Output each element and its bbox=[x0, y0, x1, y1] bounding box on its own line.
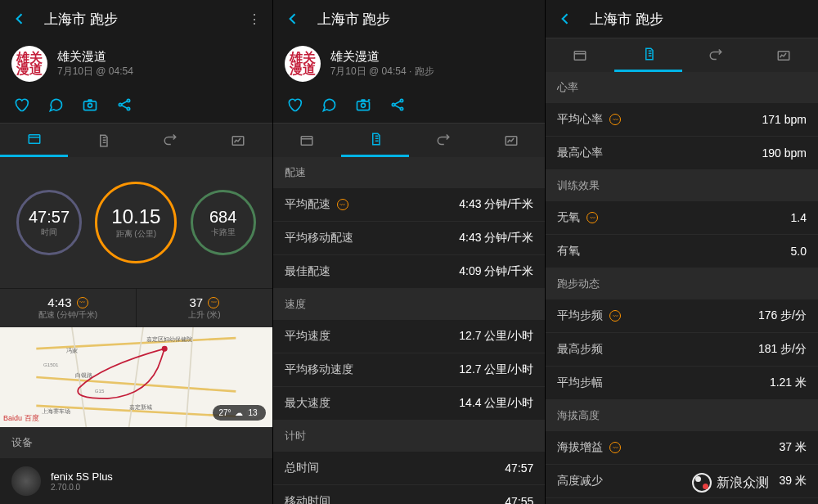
svg-point-20 bbox=[400, 107, 402, 110]
weather-badge: 27° ☁ 13 bbox=[213, 405, 265, 421]
badge-icon bbox=[587, 212, 598, 223]
distance-circle: 10.15 距离 (公里) bbox=[95, 182, 177, 263]
action-bar bbox=[273, 90, 546, 123]
calories-circle: 684 卡路里 bbox=[191, 190, 256, 255]
svg-text:G15: G15 bbox=[95, 388, 105, 394]
stat-label: 最高心率 bbox=[557, 146, 762, 160]
action-bar bbox=[0, 90, 272, 123]
tab-laps[interactable] bbox=[136, 123, 204, 157]
titlebar: 上海市 跑步 ⋮ bbox=[0, 0, 272, 38]
stats-scroll[interactable]: 配速 平均配速 4:43 分钟/千米 平均移动配速 4:43 分钟/千米 最佳配… bbox=[273, 157, 546, 504]
comment-icon[interactable] bbox=[47, 97, 64, 113]
stats-scroll[interactable]: 心率 平均心率 171 bpm 最高心率 190 bpm训练效果 无氧 1.4 … bbox=[546, 72, 818, 504]
comment-icon[interactable] bbox=[321, 97, 337, 113]
tab-overview[interactable] bbox=[546, 38, 614, 72]
stat-label: 平均移动速度 bbox=[285, 362, 460, 377]
back-icon[interactable] bbox=[557, 11, 573, 27]
stat-value: 1.4 bbox=[791, 211, 807, 224]
panel-stats-more: 上海市 跑步 心率 平均心率 171 bpm 最高心率 190 bpm训练效果 … bbox=[546, 0, 818, 504]
tab-overview[interactable] bbox=[273, 123, 341, 157]
stat-label: 平均移动配速 bbox=[285, 231, 460, 245]
stat-value: 190 bpm bbox=[762, 146, 807, 160]
device-name: fenix 5S Plus bbox=[51, 470, 113, 483]
stat-label: 最大速度 bbox=[285, 396, 460, 411]
list-item: 最高心率 190 bpm bbox=[546, 137, 818, 170]
stat-value: 171 bpm bbox=[762, 113, 807, 126]
stat-value: 4:43 分钟/千米 bbox=[459, 231, 533, 245]
list-item: 移动时间 47:55 bbox=[273, 485, 546, 504]
stats-row: 4:43 配速 (分钟/千米) 37 上升 (米) bbox=[0, 288, 272, 327]
svg-point-2 bbox=[119, 103, 121, 106]
camera-icon[interactable] bbox=[82, 97, 98, 113]
svg-text:G1501: G1501 bbox=[43, 362, 59, 367]
stat-label: 平均步频 bbox=[557, 308, 758, 323]
tab-stats[interactable] bbox=[68, 123, 136, 157]
svg-point-4 bbox=[127, 107, 129, 110]
overflow-icon[interactable]: ⋮ bbox=[248, 11, 261, 27]
list-item: 平均心率 171 bpm bbox=[546, 103, 818, 137]
share-icon[interactable] bbox=[116, 97, 133, 113]
share-icon[interactable] bbox=[389, 97, 406, 113]
tab-laps[interactable] bbox=[682, 38, 750, 72]
list-item: 高度减少 39 米 bbox=[546, 465, 818, 498]
tabs bbox=[546, 38, 818, 72]
stats-circles: 47:57 时间 10.15 距离 (公里) 684 卡路里 bbox=[0, 157, 272, 288]
device-row[interactable]: fenix 5S Plus 2.70.0.0 bbox=[0, 458, 272, 504]
map[interactable]: 嘉定区妇幼保健院 冯家 白银路 嘉定新城 上海赛车场 G1501 G15 Bai… bbox=[0, 327, 272, 427]
stat-label: 无氧 bbox=[557, 210, 790, 225]
stat-label: 海拔增益 bbox=[557, 440, 779, 455]
stat-value: 12.7 公里/小时 bbox=[459, 329, 533, 344]
tab-laps[interactable] bbox=[409, 123, 477, 157]
section-header: 跑步动态 bbox=[546, 268, 818, 299]
camera-icon[interactable] bbox=[355, 97, 371, 113]
page-title: 上海市 跑步 bbox=[44, 10, 118, 29]
badge-icon bbox=[609, 442, 621, 453]
tab-charts[interactable] bbox=[750, 38, 818, 72]
svg-point-8 bbox=[162, 346, 168, 352]
tabs bbox=[0, 123, 272, 157]
list-item: 平均步幅 1.21 米 bbox=[546, 367, 818, 400]
avatar[interactable]: 雄关漫道 bbox=[11, 46, 47, 82]
svg-point-17 bbox=[361, 103, 365, 107]
heart-icon[interactable] bbox=[13, 97, 29, 113]
svg-text:白银路: 白银路 bbox=[75, 372, 92, 378]
tab-overview[interactable] bbox=[0, 123, 68, 157]
svg-rect-0 bbox=[84, 101, 97, 110]
stat-value: 12.7 公里/小时 bbox=[459, 362, 533, 377]
stat-label: 最佳配速 bbox=[285, 264, 460, 279]
stat-value: 5.0 bbox=[791, 245, 807, 258]
stat-value: 4:43 分钟/千米 bbox=[459, 197, 533, 212]
stat-label: 平均配速 bbox=[285, 197, 460, 212]
stat-value: 39 米 bbox=[780, 474, 807, 488]
list-item: 最高步频 181 步/分 bbox=[546, 333, 818, 367]
list-item: 平均移动配速 4:43 分钟/千米 bbox=[273, 222, 546, 255]
tab-stats[interactable] bbox=[341, 123, 409, 157]
back-icon[interactable] bbox=[285, 11, 301, 27]
stat-label: 最高步频 bbox=[557, 342, 758, 357]
list-item: 平均移动速度 12.7 公里/小时 bbox=[273, 353, 546, 387]
tab-charts[interactable] bbox=[477, 123, 545, 157]
badge-icon bbox=[609, 114, 621, 125]
list-item: 总时间 47:57 bbox=[273, 452, 546, 485]
svg-point-1 bbox=[88, 103, 92, 107]
stat-value: 1.21 米 bbox=[770, 376, 807, 390]
svg-text:嘉定新城: 嘉定新城 bbox=[129, 404, 152, 410]
activity-date: 7月10日 @ 04:54 · 跑步 bbox=[330, 65, 434, 79]
svg-rect-5 bbox=[29, 135, 40, 144]
list-item: 最大速度 14.4 公里/小时 bbox=[273, 387, 546, 421]
tab-charts[interactable] bbox=[204, 123, 272, 157]
avatar[interactable]: 雄关漫道 bbox=[285, 46, 321, 82]
device-section-header: 设备 bbox=[0, 427, 272, 458]
profile-header: 雄关漫道 雄关漫道 7月10日 @ 04:54 bbox=[0, 38, 272, 90]
back-icon[interactable] bbox=[11, 11, 28, 27]
svg-rect-16 bbox=[357, 101, 369, 110]
tabs bbox=[273, 123, 546, 157]
list-item: 平均速度 12.7 公里/小时 bbox=[273, 320, 546, 353]
panel-overview: 上海市 跑步 ⋮ 雄关漫道 雄关漫道 7月10日 @ 04:54 47:57 时… bbox=[0, 0, 273, 504]
heart-icon[interactable] bbox=[286, 97, 303, 113]
device-version: 2.70.0.0 bbox=[51, 483, 113, 492]
tab-stats[interactable] bbox=[614, 38, 682, 72]
stat-label: 有氧 bbox=[557, 244, 790, 259]
svg-point-18 bbox=[392, 103, 394, 106]
stat-value: 176 步/分 bbox=[758, 308, 807, 323]
